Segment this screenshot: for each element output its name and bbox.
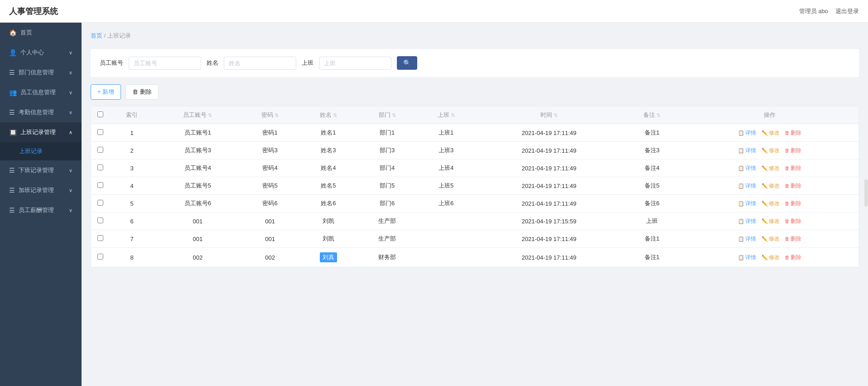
- row-checkbox-cell[interactable]: [91, 248, 109, 267]
- col-name[interactable]: 姓名⇅: [299, 106, 357, 124]
- edit-link[interactable]: ✏️修改: [762, 254, 780, 261]
- row-checkbox-cell[interactable]: [91, 177, 109, 195]
- row-checkbox-cell[interactable]: [91, 230, 109, 248]
- cell-index: 6: [109, 212, 154, 230]
- cell-password: 002: [241, 248, 299, 267]
- detail-link[interactable]: 📋详情: [738, 254, 756, 261]
- row-checkbox-cell[interactable]: [91, 195, 109, 212]
- edit-link[interactable]: ✏️修改: [762, 236, 780, 242]
- edit-link[interactable]: ✏️修改: [762, 165, 780, 171]
- account-input[interactable]: [129, 57, 201, 70]
- sidebar-item-checkin-record[interactable]: 上班记录: [0, 142, 82, 160]
- sidebar-item-emp[interactable]: 👥 员工信息管理 ∨: [0, 82, 82, 102]
- col-remark[interactable]: 备注⇅: [623, 106, 681, 124]
- detail-link[interactable]: 📋详情: [738, 147, 756, 154]
- sidebar-item-checkin-mgmt[interactable]: 🔲 上班记录管理 ∧: [0, 122, 82, 142]
- cell-time: 2021-04-19 17:11:49: [475, 159, 623, 177]
- row-checkbox[interactable]: [97, 254, 103, 260]
- cell-name: 刘凯: [299, 212, 357, 230]
- emp-icon: 👥: [9, 89, 17, 96]
- delete-link[interactable]: 🗑删除: [785, 147, 801, 154]
- cell-actions: 📋详情 ✏️修改 🗑删除: [681, 230, 858, 248]
- edit-icon: ✏️: [762, 236, 768, 241]
- cell-account: 员工账号3: [154, 142, 241, 159]
- delete-link[interactable]: 🗑删除: [785, 218, 801, 224]
- row-checkbox[interactable]: [97, 164, 103, 170]
- sidebar-item-checkout[interactable]: ☰ 下班记录管理 ∨: [0, 160, 82, 180]
- cell-actions: 📋详情 ✏️修改 🗑删除: [681, 177, 858, 195]
- detail-icon: 📋: [738, 183, 744, 188]
- edit-link[interactable]: ✏️修改: [762, 218, 780, 224]
- sidebar-item-label: 个人中心: [20, 48, 44, 57]
- cell-time: 2021-04-19 17:11:49: [475, 248, 623, 267]
- cell-password: 密码3: [241, 142, 299, 159]
- col-shift[interactable]: 上班⇅: [417, 106, 475, 124]
- row-checkbox[interactable]: [97, 200, 103, 206]
- sidebar-item-dept[interactable]: ☰ 部门信息管理 ∨: [0, 63, 82, 82]
- shift-input[interactable]: [319, 57, 391, 70]
- sidebar-item-label: 下班记录管理: [19, 166, 54, 174]
- detail-link[interactable]: 📋详情: [738, 200, 756, 207]
- detail-link[interactable]: 📋详情: [738, 130, 756, 136]
- select-all-checkbox[interactable]: [97, 111, 103, 117]
- detail-link[interactable]: 📋详情: [738, 218, 756, 224]
- cell-actions: 📋详情 ✏️修改 🗑删除: [681, 142, 858, 159]
- sidebar-item-overtime[interactable]: ☰ 加班记录管理 ∨: [0, 180, 82, 200]
- row-checkbox[interactable]: [97, 147, 103, 153]
- delete-link[interactable]: 🗑删除: [785, 183, 801, 189]
- cell-account: 员工账号5: [154, 177, 241, 195]
- edit-link[interactable]: ✏️修改: [762, 130, 780, 136]
- batch-delete-button[interactable]: 🗑 删除: [125, 84, 159, 100]
- row-checkbox-cell[interactable]: [91, 212, 109, 230]
- delete-link[interactable]: 🗑删除: [785, 130, 801, 136]
- detail-link[interactable]: 📋详情: [738, 236, 756, 242]
- sidebar-item-home[interactable]: 🏠 首页: [0, 23, 82, 43]
- sidebar-item-profile[interactable]: 👤 个人中心 ∨: [0, 43, 82, 63]
- col-time[interactable]: 时间⇅: [475, 106, 623, 124]
- row-checkbox-cell[interactable]: [91, 159, 109, 177]
- sidebar-item-salary[interactable]: ☰ 员工薪酬管理 ∨: [0, 200, 82, 220]
- detail-icon: 📋: [738, 130, 744, 135]
- edit-link[interactable]: ✏️修改: [762, 183, 780, 189]
- logout-button[interactable]: 退出登录: [835, 7, 859, 15]
- row-checkbox[interactable]: [97, 235, 103, 241]
- add-button[interactable]: + 新增: [91, 84, 121, 100]
- delete-link[interactable]: 🗑删除: [785, 254, 801, 261]
- detail-link[interactable]: 📋详情: [738, 165, 756, 171]
- cell-time: 2021-04-19 17:11:49: [475, 177, 623, 195]
- edit-icon: ✏️: [762, 165, 768, 171]
- breadcrumb-separator: /: [104, 32, 106, 39]
- cell-remark: 备注4: [623, 159, 681, 177]
- row-checkbox-cell[interactable]: [91, 142, 109, 159]
- detail-link[interactable]: 📋详情: [738, 183, 756, 189]
- edit-link[interactable]: ✏️修改: [762, 147, 780, 154]
- cell-actions: 📋详情 ✏️修改 🗑删除: [681, 212, 858, 230]
- row-checkbox[interactable]: [97, 129, 103, 135]
- col-dept[interactable]: 部门⇅: [357, 106, 417, 124]
- col-index: 索引: [109, 106, 154, 124]
- row-checkbox[interactable]: [97, 217, 103, 223]
- breadcrumb-home[interactable]: 首页: [91, 32, 102, 39]
- delete-link[interactable]: 🗑删除: [785, 236, 801, 242]
- cell-account: 001: [154, 212, 241, 230]
- search-button[interactable]: 🔍: [397, 56, 417, 70]
- col-account[interactable]: 员工账号⇅: [154, 106, 241, 124]
- name-input[interactable]: [224, 57, 296, 70]
- delete-link[interactable]: 🗑删除: [785, 200, 801, 207]
- sort-icon: ⇅: [392, 112, 396, 118]
- select-all-header[interactable]: [91, 106, 109, 124]
- cell-time: 2021-04-19 17:11:49: [475, 124, 623, 142]
- col-password[interactable]: 密码⇅: [241, 106, 299, 124]
- edit-link[interactable]: ✏️修改: [762, 200, 780, 207]
- header-right: 管理员 abo 退出登录: [799, 7, 859, 15]
- row-checkbox-cell[interactable]: [91, 124, 109, 142]
- row-checkbox[interactable]: [97, 182, 103, 188]
- search-icon: 🔍: [403, 59, 411, 67]
- checkout-icon: ☰: [9, 167, 15, 174]
- scrollbar[interactable]: [864, 179, 868, 207]
- cell-shift: [417, 212, 475, 230]
- table-row: 1 员工账号1 密码1 姓名1 部门1 上班1 2021-04-19 17:11…: [91, 124, 858, 142]
- delete-link[interactable]: 🗑删除: [785, 165, 801, 171]
- sidebar-item-attendance[interactable]: ☰ 考勤信息管理 ∨: [0, 102, 82, 122]
- cell-dept: 部门6: [357, 195, 417, 212]
